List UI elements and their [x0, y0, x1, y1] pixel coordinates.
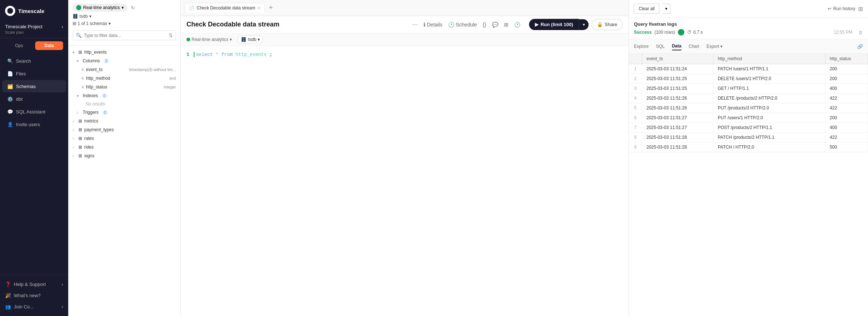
table-name: payment_types	[84, 127, 114, 132]
code-editor[interactable]: 1 select * from http_events ;	[181, 46, 629, 316]
table-row: 1 2025-03-03 11:51:24 PATCH /users/1 HTT…	[629, 64, 868, 74]
tree-columns[interactable]: ▾ Columns 3	[68, 57, 180, 65]
tree-column-event_ts[interactable]: ≡ event_ts timestamp(3) without tim...	[68, 65, 180, 74]
tree-triggers[interactable]: › Triggers 0	[68, 108, 180, 117]
link-icon[interactable]: 🔗	[857, 44, 863, 49]
row-num: 5	[629, 103, 642, 113]
chevron-right-icon: ›	[73, 145, 76, 149]
run-history-button[interactable]: ↩ Run history	[828, 6, 855, 11]
lock-icon: 🔒	[597, 22, 603, 27]
time-value: 0.7 s	[693, 30, 703, 35]
tree-table-http_events[interactable]: ▾ ⊞ http_events	[68, 48, 180, 57]
schedule-icon[interactable]: 🕐 Schedule	[448, 22, 477, 28]
col-header-event_ts[interactable]: event_ts	[642, 54, 713, 64]
main-editor-area: 📄 Check Decodable data stream ✕ + Check …	[181, 0, 629, 316]
editor-tab-main[interactable]: 📄 Check Decodable data stream ✕	[184, 3, 265, 13]
cell-event_ts: 2025-03-03 11:51:26	[642, 93, 713, 103]
details-icon[interactable]: ℹ Details	[423, 22, 442, 28]
sidebar-item-label: Files	[16, 71, 26, 76]
result-tab-explore[interactable]: Explore	[634, 43, 649, 50]
more-options-icon[interactable]: ···	[412, 21, 418, 28]
chevron-down-icon: ▾	[108, 21, 111, 26]
sidebar-item-sql-assistant[interactable]: 💬 SQL Assistant	[2, 105, 66, 118]
db-selector-secondary[interactable]: 🗄️ tsdb ▾	[238, 36, 263, 43]
table-icon: ⊞	[78, 136, 82, 141]
sidebar-item-label: What's new?	[14, 293, 41, 298]
cell-http_method: PUT /users/1 HTTP/2.0	[713, 113, 825, 123]
schema-selector[interactable]: ⊞ 1 of 1 schemas ▾	[73, 21, 111, 26]
add-tab-button[interactable]: +	[266, 4, 275, 12]
rows-info: (100 rows)	[655, 30, 675, 35]
delete-icon[interactable]: 🗑	[858, 30, 863, 35]
schema-filter-input[interactable]	[84, 33, 167, 38]
history-icon[interactable]: 🕐	[514, 22, 520, 28]
tree-table-rides[interactable]: › ⊞ rides	[68, 143, 180, 151]
tree-table-payment_types[interactable]: › ⊞ payment_types	[68, 125, 180, 134]
db-icon: 🗄️	[241, 37, 246, 42]
sidebar-item-help[interactable]: ❓ Help & Support ›	[0, 279, 68, 290]
invite-icon: 👤	[7, 121, 13, 127]
clear-all-button[interactable]: Clear all	[634, 4, 659, 14]
tab-icon: 📄	[189, 5, 195, 11]
tree-indexes[interactable]: ▾ Indexes 0	[68, 91, 180, 100]
tree-column-http_status[interactable]: ≡ http_status integer	[68, 83, 180, 91]
row-num: 1	[629, 64, 642, 74]
run-history-label: Run history	[833, 6, 855, 11]
analytics-label-sec[interactable]: Real-time analytics ▾	[187, 37, 232, 42]
code-icon[interactable]: {}	[483, 22, 486, 28]
schedule-label: Schedule	[456, 22, 477, 28]
tab-data[interactable]: Data	[35, 41, 63, 50]
run-dropdown-button[interactable]: ▾	[579, 19, 589, 30]
tree-table-metrics[interactable]: › ⊞ metrics	[68, 117, 180, 125]
cell-http_status: 400	[825, 84, 868, 93]
sidebar-item-dbt[interactable]: ⚙️ dbt	[2, 93, 66, 105]
share-button[interactable]: 🔒 Share	[591, 19, 623, 30]
cell-event_ts: 2025-03-03 11:51:27	[642, 123, 713, 133]
sidebar-item-invite[interactable]: 👤 Invite users	[2, 118, 66, 130]
columns-label: Columns	[83, 58, 100, 63]
results-header: Clear all ▾ ↩ Run history ⊞	[629, 0, 868, 18]
filter-options-icon[interactable]: ⇅	[169, 33, 173, 38]
chevron-down-icon: ▾	[77, 59, 81, 63]
data-table: event_ts http_method http_status 1 2025-…	[629, 54, 868, 316]
project-name[interactable]: Timescale Project ›	[5, 24, 63, 29]
table-row: 3 2025-03-03 11:51:25 GET / HTTP/1.1 400	[629, 84, 868, 93]
grid-icon[interactable]: ⊞	[504, 22, 508, 28]
tree-column-http_method[interactable]: ≡ http_method text	[68, 74, 180, 83]
db-selector[interactable]: 🗄️ tsdb ▾	[73, 14, 91, 19]
sidebar-item-join[interactable]: 👥 Join Co... ›	[0, 301, 68, 312]
result-tab-sql[interactable]: SQL	[656, 43, 665, 50]
clear-dropdown-button[interactable]: ▾	[662, 4, 671, 14]
code-content[interactable]: select * from http_events ;	[194, 52, 273, 310]
row-num: 9	[629, 142, 642, 152]
sidebar: Timescale Timescale Project › Scale plan…	[0, 0, 68, 316]
panel-toggle-icon[interactable]: ⊞	[858, 5, 863, 12]
column-icon: ≡	[81, 67, 84, 72]
tree-table-signs[interactable]: › ⊞ signs	[68, 151, 180, 160]
tab-ops[interactable]: Ops	[5, 41, 33, 50]
table-row: 2 2025-03-03 11:51:25 DELETE /users/1 HT…	[629, 74, 868, 84]
table-name: rides	[84, 145, 94, 150]
play-icon: ▶	[535, 22, 539, 27]
sidebar-item-files[interactable]: 📄 Files	[2, 67, 66, 80]
cell-http_status: 200	[825, 113, 868, 123]
tree-table-rates[interactable]: › ⊞ rates	[68, 134, 180, 143]
run-button[interactable]: ▶ Run (limit 100)	[529, 19, 579, 30]
result-tab-export[interactable]: Export ▾	[707, 43, 722, 50]
col-header-http_method[interactable]: http_method	[713, 54, 825, 64]
clock-icon: ⏱	[687, 30, 692, 35]
result-tab-chart[interactable]: Chart	[689, 43, 699, 50]
col-header-http_status[interactable]: http_status	[825, 54, 868, 64]
cell-http_status: 200	[825, 74, 868, 84]
chat-icon[interactable]: 💬	[492, 22, 498, 28]
sidebar-item-search[interactable]: 🔍 Search	[2, 55, 66, 67]
table-row: 4 2025-03-03 11:51:26 DELETE /products/2…	[629, 93, 868, 103]
sidebar-item-schemas[interactable]: 🗂️ Schemas	[2, 80, 66, 92]
result-tab-data[interactable]: Data	[672, 42, 681, 50]
analytics-tab[interactable]: Real-time analytics ▾	[73, 4, 127, 12]
refresh-icon[interactable]: ↻	[131, 5, 135, 11]
result-title: Query fivetran logs	[634, 21, 863, 27]
sidebar-item-whats-new[interactable]: 🎉 What's new?	[0, 290, 68, 301]
tab-close-icon[interactable]: ✕	[257, 6, 260, 10]
chevron-right-icon: ›	[73, 137, 76, 141]
